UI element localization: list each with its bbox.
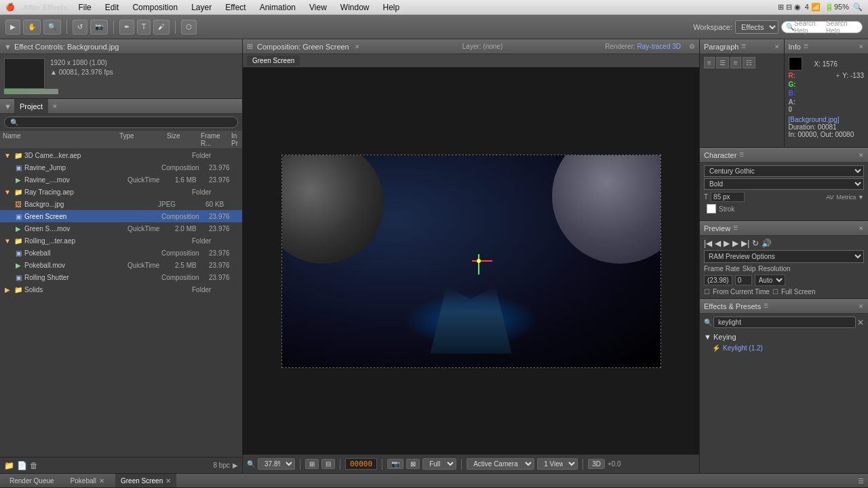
text-tool[interactable]: T [137,20,151,35]
go-end-btn[interactable]: ▶| [741,239,749,248]
go-start-btn[interactable]: |◀ [704,239,712,248]
character-close-btn[interactable]: ✕ [859,152,864,159]
safe-zones-btn[interactable]: ⊟ [321,459,335,469]
transparency-btn[interactable]: ⊠ [406,459,420,469]
color-settings-btn[interactable]: ▶ [233,462,238,469]
zoom-select[interactable]: 37.8% [258,458,295,470]
views-select[interactable]: 1 View [537,458,578,470]
ep-menu-btn[interactable]: ☰ [764,303,768,309]
tab-green-screen-timeline[interactable]: Green Screen ✕ [115,474,176,487]
ep-close-btn[interactable]: ✕ [859,303,864,310]
menu-view[interactable]: View [307,3,330,12]
info-menu-btn[interactable]: ☰ [804,43,808,49]
font-family-select[interactable]: Century Gothic [704,165,864,177]
ep-category-keying[interactable]: ▼ Keying [704,331,864,343]
tab-render-queue[interactable]: Render Queue [4,474,60,487]
list-item[interactable]: ▼ 📁 Ray Tracing.aep Folder [0,186,242,198]
list-item[interactable]: ▣ Green Screen Composition 23.976 [0,210,242,222]
widget-dot[interactable] [477,259,481,263]
list-item[interactable]: ▣ Rolling Shutter Composition 23.976 [0,271,242,283]
from-current-checkbox[interactable]: ☐ [704,288,710,296]
paragraph-close-btn[interactable]: ✕ [774,43,780,50]
prev-frame-btn[interactable]: ◀ [715,239,721,248]
keying-expand-icon[interactable]: ▼ [704,333,711,341]
menu-composition[interactable]: Composition [130,3,180,12]
y-axis-handle[interactable] [478,254,479,274]
expand-icon[interactable]: ▶ [3,286,12,293]
align-left-btn[interactable]: ≡ [704,57,715,68]
new-comp-btn[interactable]: 📄 [17,461,27,470]
metrics-select[interactable]: Metrics ▼ [837,194,864,201]
list-item[interactable]: ▶ 📁 Solids Folder [0,283,242,296]
pen-tool[interactable]: ✒ [119,20,134,35]
menu-help[interactable]: Help [380,3,403,12]
expand-icon[interactable]: ▼ [3,152,12,159]
expand-icon[interactable]: ▼ [3,188,12,196]
green-screen-close-btn[interactable]: ✕ [165,477,171,485]
list-item[interactable]: ▣ Pokeball Composition 23.976 [0,247,242,259]
zoom-tool[interactable]: 🔍 [43,20,61,35]
paragraph-menu-btn[interactable]: ☰ [741,43,746,49]
next-frame-btn[interactable]: ▶ [732,239,738,248]
panel-toggle-icon[interactable]: ▼ [4,102,12,110]
font-size-input[interactable] [711,192,745,202]
camera-tool[interactable]: 📷 [90,20,108,35]
list-item[interactable]: ▣ Ravine_Jump Composition 23.976 [0,161,242,174]
skip-value[interactable] [735,275,752,285]
align-center-btn[interactable]: ☰ [716,57,729,68]
timeline-options-btn[interactable]: ☰ [858,477,864,485]
loop-btn[interactable]: ↻ [752,239,759,248]
audio-btn[interactable]: 🔊 [762,239,772,248]
search-help-input[interactable]: 🔍 Search HelpSearch Help [781,21,863,33]
ram-preview-select[interactable]: RAM Preview Options [704,250,864,263]
composition-viewer[interactable]: Active Camera [243,68,699,454]
tab-project[interactable]: Project [14,99,48,113]
x-axis-handle[interactable] [472,260,492,262]
list-item[interactable]: ▶ Green S....mov QuickTime 2.0 MB 23.976 [0,222,242,235]
3d-render-btn[interactable]: 3D [588,459,605,469]
selection-tool[interactable]: ▶ [5,20,20,35]
workspace-select[interactable]: Effects [735,20,778,34]
justify-btn[interactable]: ☷ [743,57,755,68]
snapshot-btn[interactable]: 📷 [387,459,403,469]
stroke-color-box[interactable] [707,204,716,214]
apple-menu[interactable]: 🍎 [5,3,15,12]
fps-value[interactable]: (23.98) [704,275,732,285]
ep-search-input[interactable] [713,317,856,328]
ep-clear-btn[interactable]: ✕ [857,318,864,327]
preview-menu-btn[interactable]: ☰ [733,225,738,231]
menu-animation[interactable]: Animation [257,3,298,12]
list-item[interactable]: ▶ Pokeball.mov QuickTime 2.5 MB 23.976 [0,259,242,271]
delete-btn[interactable]: 🗑 [30,461,38,470]
menu-effect[interactable]: Effect [222,3,248,12]
tab-green-screen[interactable]: Green Screen [247,56,300,66]
pokeball-close-btn[interactable]: ✕ [99,477,104,485]
panel-close-btn[interactable]: ✕ [52,103,58,110]
res-select[interactable]: Auto [755,274,785,286]
character-menu-btn[interactable]: ☰ [739,152,744,158]
transform-widget[interactable] [472,254,486,268]
new-folder-btn[interactable]: 📁 [4,461,14,470]
panel-options-btn[interactable]: ⚙ [689,43,695,50]
list-item[interactable]: ▶ Ravine_....mov QuickTime 1.6 MB 23.976 [0,174,242,186]
hand-tool[interactable]: ✋ [23,20,41,35]
list-item[interactable]: ▼ 📁 3D Came...ker.aep Folder [0,149,242,161]
rotation-tool[interactable]: ↺ [73,20,87,35]
camera-select[interactable]: Active Camera [467,458,534,470]
menu-edit[interactable]: Edit [102,3,122,12]
brush-tool[interactable]: 🖌 [153,20,170,35]
tab-pokeball[interactable]: Pokeball ✕ [65,474,110,487]
list-item[interactable]: 🖼 Backgro...jpg JPEG 60 KB [0,198,242,210]
align-right-btn[interactable]: ≡ [730,57,741,68]
close-comp-btn[interactable]: ✕ [355,43,360,50]
quality-select[interactable]: Full [422,458,456,470]
play-btn[interactable]: ▶ [724,239,730,248]
grid-btn[interactable]: ⊞ [305,459,319,469]
project-search-input[interactable] [4,117,238,128]
menu-layer[interactable]: Layer [189,3,214,12]
full-screen-checkbox[interactable]: ☐ [772,288,778,296]
menu-window[interactable]: Window [338,3,372,12]
menu-file[interactable]: File [75,3,94,12]
ep-item-keylight[interactable]: ⚡ Keylight (1.2) [704,343,864,353]
preview-close-btn[interactable]: ✕ [859,225,864,232]
